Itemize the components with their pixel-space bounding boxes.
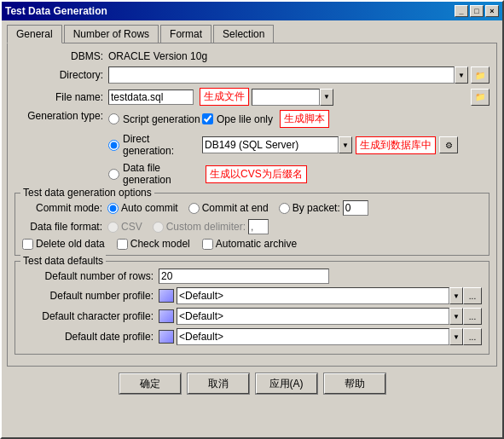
direct-gen-radio-group: Direct generation: — [108, 133, 202, 157]
default-rows-input[interactable] — [159, 269, 329, 284]
filename-browse-btn[interactable]: 📁 — [471, 89, 490, 106]
filename-annotation: 生成文件 — [200, 88, 249, 106]
by-packet-label: By packet: — [293, 202, 340, 214]
commit-end-radio[interactable] — [188, 203, 200, 214]
auto-commit-option: Auto commit — [107, 202, 178, 214]
data-file-row: Data file generation 生成以CVS为后缀名 — [108, 162, 490, 186]
profile-icon-char — [159, 309, 174, 323]
footer-buttons: 确定 取消 应用(A) 帮助 — [7, 373, 497, 394]
default-number-combo: ▼ ... — [159, 287, 482, 304]
options-group-title: Test data generation options — [20, 187, 154, 199]
script-annotation: 生成脚本 — [280, 110, 329, 128]
default-date-input[interactable] — [177, 328, 449, 345]
data-file-radio[interactable] — [108, 169, 119, 180]
delete-old-label: Delete old data — [36, 238, 105, 250]
minimize-button[interactable]: _ — [455, 5, 468, 17]
cancel-button[interactable]: 取消 — [188, 373, 249, 394]
data-file-format-row: Data file format: CSV Custom delimiter: — [22, 219, 482, 234]
tab-general[interactable]: General — [7, 25, 62, 43]
csv-option: CSV — [107, 221, 142, 233]
default-date-dropdown[interactable]: ▼ — [449, 328, 463, 345]
filename-input[interactable] — [108, 90, 194, 105]
default-char-dropdown[interactable]: ▼ — [449, 308, 463, 325]
direct-gen-combo: ▼ — [202, 136, 352, 153]
by-packet-input[interactable] — [343, 200, 368, 216]
dbms-label: DBMS: — [14, 50, 108, 62]
data-file-format-label: Data file format: — [22, 221, 107, 233]
generation-type-label: Generation type: — [14, 110, 108, 122]
default-rows-label: Default number of rows: — [22, 270, 159, 282]
help-button[interactable]: 帮助 — [324, 373, 385, 394]
directory-row: Directory: ▼ 📁 — [14, 66, 490, 84]
script-gen-row: Script generation Ope lile only 生成脚本 — [108, 110, 490, 128]
ok-button[interactable]: 确定 — [119, 373, 181, 394]
profile-icon-number — [159, 289, 174, 303]
default-number-browse[interactable]: ... — [463, 287, 482, 304]
filename-ext-input[interactable] — [252, 89, 320, 106]
direct-gen-input[interactable] — [202, 136, 339, 153]
filename-group: 生成文件 ▼ 📁 — [108, 88, 490, 106]
default-char-row: Default character profile: ▼ ... — [22, 308, 482, 325]
default-date-row: Default date profile: ▼ ... — [22, 328, 482, 345]
default-number-input[interactable] — [177, 287, 449, 304]
filename-ext-combo: ▼ — [252, 89, 468, 106]
auto-archive-checkbox[interactable] — [202, 239, 213, 250]
commit-end-option: Commit at end — [188, 202, 269, 214]
by-packet-radio[interactable] — [279, 203, 290, 214]
main-window: Test Data Generation _ □ × General Numbe… — [0, 0, 504, 439]
direct-browse-btn[interactable]: ⚙ — [439, 136, 458, 153]
direct-annotation: 生成到数据库中 — [356, 136, 436, 154]
direct-gen-row: Direct generation: ▼ 生成到数据库中 ⚙ — [108, 133, 490, 157]
one-file-only-label: Ope lile only — [217, 113, 273, 125]
default-date-label: Default date profile: — [22, 331, 159, 343]
check-model-checkbox[interactable] — [117, 239, 128, 250]
csv-radio[interactable] — [107, 222, 119, 233]
delete-old-checkbox[interactable] — [22, 239, 33, 250]
dbms-value-group: ORACLE Version 10g — [108, 50, 490, 62]
directory-dropdown-btn[interactable]: ▼ — [455, 66, 468, 84]
directory-input[interactable] — [108, 66, 455, 84]
generation-type-row: Generation type: Script generation Ope l… — [14, 110, 490, 188]
custom-delim-label: Custom delimiter: — [166, 221, 246, 233]
custom-delim-radio[interactable] — [153, 222, 164, 233]
default-char-input[interactable] — [177, 308, 449, 325]
commit-end-label: Commit at end — [202, 202, 269, 214]
default-number-dropdown[interactable]: ▼ — [449, 287, 463, 304]
apply-button[interactable]: 应用(A) — [256, 373, 317, 394]
defaults-group: Test data defaults Default number of row… — [14, 261, 490, 355]
profile-icon-date — [159, 330, 174, 344]
auto-commit-label: Auto commit — [121, 202, 178, 214]
tab-content-general: DBMS: ORACLE Version 10g Directory: ▼ 📁 — [7, 43, 497, 367]
custom-delim-input[interactable] — [248, 219, 269, 234]
direct-gen-radio[interactable] — [108, 140, 119, 151]
directory-browse-btn[interactable]: 📁 — [471, 66, 490, 84]
script-gen-label: Script generation — [123, 113, 200, 125]
default-char-combo: ▼ ... — [159, 308, 482, 325]
default-char-browse[interactable]: ... — [463, 308, 482, 325]
filename-label: File name: — [14, 91, 108, 103]
default-char-label: Default character profile: — [22, 310, 159, 322]
script-gen-radio-group: Script generation — [108, 113, 202, 125]
tab-format[interactable]: Format — [160, 25, 211, 43]
window-title: Test Data Generation — [5, 5, 107, 17]
maximize-button[interactable]: □ — [470, 5, 484, 17]
commit-mode-row: Commit mode: Auto commit Commit at end — [22, 200, 482, 216]
close-button[interactable]: × — [485, 5, 499, 17]
title-bar-buttons: _ □ × — [455, 5, 499, 17]
tab-selection[interactable]: Selection — [213, 25, 274, 43]
auto-commit-radio[interactable] — [107, 203, 119, 214]
tab-number-of-rows[interactable]: Number of Rows — [64, 25, 159, 43]
directory-group: ▼ 📁 — [108, 66, 490, 84]
one-file-only-checkbox[interactable] — [202, 113, 213, 124]
default-date-browse[interactable]: ... — [463, 328, 482, 345]
options-checkboxes: Delete old data Check model Automatic ar… — [22, 238, 482, 250]
filename-ext-dropdown[interactable]: ▼ — [320, 89, 333, 106]
auto-archive-option: Automatic archive — [202, 238, 297, 250]
tab-bar: General Number of Rows Format Selection — [7, 24, 497, 43]
default-number-label: Default number profile: — [22, 290, 159, 302]
direct-gen-dropdown[interactable]: ▼ — [339, 136, 352, 153]
script-gen-radio[interactable] — [108, 113, 119, 124]
data-file-label: Data file generation — [123, 162, 202, 186]
title-bar: Test Data Generation _ □ × — [2, 2, 502, 20]
default-number-row: Default number profile: ▼ ... — [22, 287, 482, 304]
